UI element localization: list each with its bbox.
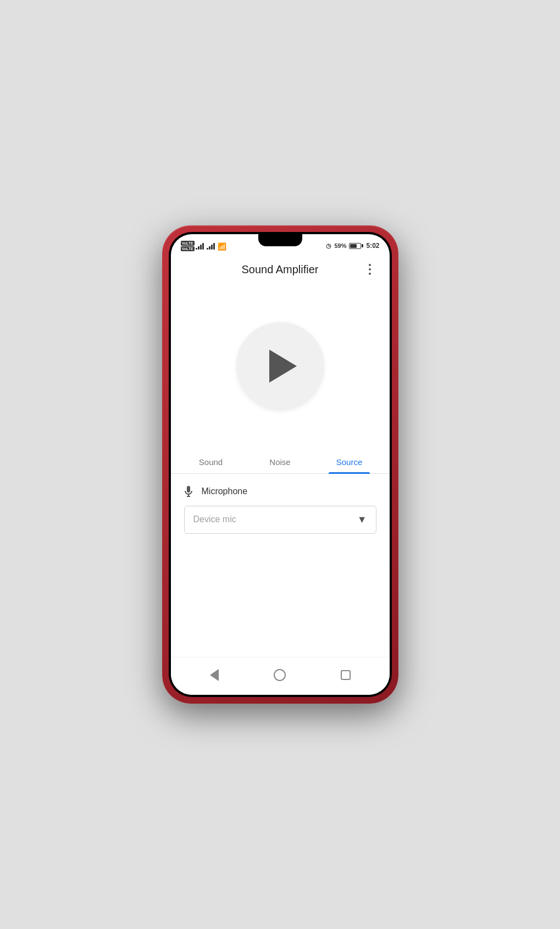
device-mic-dropdown[interactable]: Device mic ▼	[184, 506, 376, 534]
more-menu-button[interactable]	[361, 261, 379, 278]
notch	[258, 234, 302, 246]
status-right: ◷ 59% 5:02	[326, 242, 379, 250]
phone-inner: VoLTE VoLTE	[169, 232, 392, 697]
play-button[interactable]	[236, 322, 324, 410]
wifi-icon: 📶	[218, 242, 226, 251]
status-left: VoLTE VoLTE	[181, 241, 195, 251]
microphone-icon	[182, 485, 195, 498]
phone-device: VoLTE VoLTE	[162, 225, 398, 704]
content-area: Microphone Device mic ▼	[171, 474, 390, 657]
play-area	[171, 283, 390, 450]
alarm-icon: ◷	[326, 242, 331, 250]
screen: VoLTE VoLTE	[171, 234, 390, 695]
dropdown-wrapper: Device mic ▼	[184, 506, 376, 534]
home-icon	[274, 669, 286, 681]
recents-icon	[341, 670, 351, 680]
battery-icon	[349, 243, 363, 249]
volte1-badge: VoLTE	[181, 241, 195, 246]
microphone-section-row: Microphone	[182, 485, 379, 498]
tab-source[interactable]: Source	[315, 450, 384, 473]
battery-percent: 59%	[334, 242, 346, 249]
signal-bars-1	[196, 243, 204, 250]
tab-sound[interactable]: Sound	[176, 450, 246, 473]
microphone-label: Microphone	[202, 486, 248, 496]
tab-bar: Sound Noise Source	[171, 450, 390, 474]
back-icon	[210, 669, 219, 681]
play-icon	[269, 350, 297, 383]
dropdown-value: Device mic	[193, 515, 236, 524]
volte2-badge: VoLTE	[181, 246, 195, 251]
app-bar: Sound Amplifier	[171, 254, 390, 283]
time-display: 5:02	[366, 242, 379, 250]
app-title: Sound Amplifier	[199, 263, 361, 276]
back-button[interactable]	[203, 664, 225, 686]
nav-bar	[171, 657, 390, 695]
home-button[interactable]	[269, 664, 291, 686]
dropdown-arrow-icon: ▼	[357, 514, 367, 526]
recents-button[interactable]	[335, 664, 357, 686]
signal-bars-2	[207, 243, 215, 250]
status-icons: 📶	[196, 242, 226, 251]
tab-noise[interactable]: Noise	[246, 450, 315, 473]
